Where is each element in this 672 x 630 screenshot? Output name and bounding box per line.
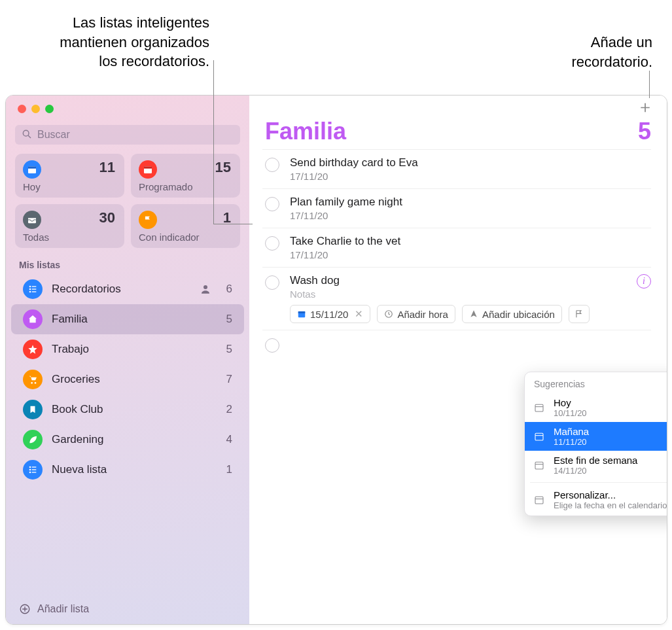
list-name: Gardening (52, 433, 211, 446)
list-count: 2 (221, 403, 232, 416)
section-my-lists: Mis listas (6, 256, 249, 274)
svg-rect-20 (32, 472, 37, 472)
list-count: 7 (221, 373, 232, 386)
list-row-trabajo[interactable]: Trabajo 5 (11, 334, 244, 364)
close-window-button[interactable] (18, 105, 26, 113)
date-chip[interactable]: 15/11/20 ✕ (290, 305, 370, 323)
reminder-body: Wash dog Notas 15/11/20 ✕ Añadir hora (290, 274, 637, 323)
calendar-icon (297, 309, 306, 319)
svg-point-0 (23, 130, 29, 136)
calendar-icon (534, 495, 546, 505)
suggestion-title: Hoy (554, 397, 587, 408)
suggestion-tomorrow[interactable]: Mañana 11/11/20 (525, 422, 667, 451)
suggestion-title: Personalizar... (554, 489, 667, 500)
list-bullet-icon (23, 279, 43, 299)
svg-line-1 (28, 135, 31, 138)
date-chip-value: 15/11/20 (310, 309, 348, 320)
reminder-row-empty[interactable] (262, 330, 651, 359)
list-count: 6 (221, 283, 232, 296)
info-button[interactable]: i (637, 274, 651, 289)
list-name: Groceries (52, 373, 211, 386)
list-row-gardening[interactable]: Gardening 4 (11, 425, 244, 455)
smart-list-scheduled[interactable]: 15 Programado (131, 154, 240, 198)
add-list-button[interactable]: Añadir lista (6, 595, 249, 624)
house-icon (23, 309, 43, 329)
toolbar: ＋ (249, 96, 667, 118)
search-icon (22, 129, 32, 139)
svg-rect-18 (32, 469, 37, 470)
minimize-window-button[interactable] (31, 105, 40, 113)
location-icon (469, 309, 478, 319)
svg-point-17 (29, 469, 31, 471)
suggestion-today[interactable]: Hoy 10/11/20 (525, 393, 667, 422)
suggestion-sub: Elige la fecha en el calendario (554, 500, 667, 510)
suggestion-date: 11/11/20 (554, 437, 589, 447)
add-reminder-button[interactable]: ＋ (637, 96, 654, 118)
suggestion-weekend[interactable]: Este fin de semana 14/11/20 (525, 451, 667, 480)
reminder-row[interactable]: Send birthday card to Eva 17/11/20 (262, 149, 651, 189)
list-title: Familia (265, 118, 346, 145)
suggestion-title: Este fin de semana (554, 455, 637, 466)
calendar-icon (534, 431, 546, 442)
flag-chip[interactable] (569, 305, 590, 323)
smart-label: Hoy (23, 181, 116, 192)
bookmark-icon (23, 400, 43, 419)
suggestion-date: 10/11/20 (554, 408, 587, 418)
list-row-recordatorios[interactable]: Recordatorios 6 (11, 274, 244, 304)
search-field[interactable] (15, 125, 240, 145)
reminder-list: Send birthday card to Eva 17/11/20 Plan … (249, 149, 667, 359)
svg-rect-27 (535, 404, 543, 411)
list-row-familia[interactable]: Familia 5 (11, 304, 244, 334)
smart-count: 11 (99, 159, 115, 176)
complete-toggle[interactable] (265, 158, 279, 172)
list-row-bookclub[interactable]: Book Club 2 (11, 394, 244, 425)
zoom-window-button[interactable] (45, 105, 54, 113)
list-name: Nueva lista (52, 463, 211, 476)
svg-rect-31 (535, 462, 543, 469)
reminder-row[interactable]: Plan family game night 17/11/20 (262, 189, 651, 228)
list-name: Familia (52, 313, 211, 326)
callout-line (213, 224, 253, 224)
reminder-notes-placeholder[interactable]: Notas (290, 289, 637, 300)
calendar-icon (534, 460, 546, 470)
suggestion-date: 14/11/20 (554, 466, 637, 476)
smart-list-all[interactable]: 30 Todas (15, 204, 124, 248)
list-count: 5 (221, 313, 232, 326)
location-chip-label: Añadir ubicación (482, 309, 555, 320)
list-name: Recordatorios (52, 283, 190, 296)
list-row-nueva[interactable]: Nueva lista 1 (11, 455, 244, 485)
smart-list-today[interactable]: 11 Hoy (15, 154, 124, 198)
reminder-row[interactable]: Take Charlie to the vet 17/11/20 (262, 228, 651, 268)
reminder-date: 17/11/20 (290, 249, 651, 260)
smart-list-flagged[interactable]: 1 Con indicador (131, 204, 240, 248)
quick-entry-chips: 15/11/20 ✕ Añadir hora Añadir ubicación (290, 305, 637, 323)
reminder-row-editing[interactable]: Wash dog Notas 15/11/20 ✕ Añadir hora (262, 268, 651, 330)
complete-toggle[interactable] (265, 275, 279, 290)
reminder-body: Plan family game night 17/11/20 (290, 196, 651, 221)
complete-toggle[interactable] (265, 338, 279, 353)
reminder-title: Send birthday card to Eva (290, 156, 651, 169)
date-suggestions-popover: Sugerencias Hoy 10/11/20 Mañana 11/11/20… (524, 372, 667, 516)
reminder-date: 17/11/20 (290, 171, 651, 182)
svg-point-13 (31, 382, 33, 384)
svg-rect-29 (535, 433, 543, 440)
search-input[interactable] (15, 125, 240, 145)
svg-point-8 (29, 289, 31, 290)
suggestion-custom[interactable]: Personalizar... Elige la fecha en el cal… (525, 485, 667, 514)
clear-date-icon[interactable]: ✕ (355, 308, 363, 320)
svg-rect-25 (298, 311, 306, 313)
reminder-title[interactable]: Wash dog (290, 274, 637, 287)
svg-point-10 (29, 291, 31, 293)
time-chip[interactable]: Añadir hora (377, 305, 455, 323)
smart-label: Programado (139, 181, 232, 192)
svg-rect-9 (32, 289, 37, 289)
location-chip[interactable]: Añadir ubicación (462, 305, 562, 323)
svg-rect-16 (32, 466, 37, 467)
reminder-title: Plan family game night (290, 196, 651, 209)
list-total-count: 5 (638, 118, 651, 145)
complete-toggle[interactable] (265, 236, 279, 251)
popover-header: Sugerencias (525, 376, 667, 393)
list-row-groceries[interactable]: Groceries 7 (11, 364, 244, 394)
complete-toggle[interactable] (265, 197, 279, 211)
svg-point-15 (29, 466, 31, 468)
